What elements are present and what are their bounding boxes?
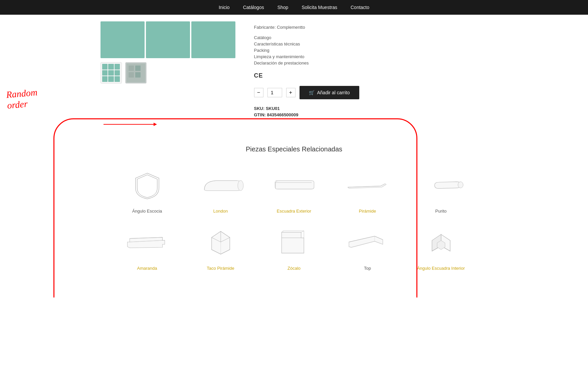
nav-shop[interactable]: Shop — [277, 5, 288, 10]
piece-icon-amaranda — [121, 224, 174, 260]
handwritten-annotation: Random order — [6, 87, 39, 111]
product-details: Fabricante: Complementto Catálogo Caract… — [254, 21, 488, 119]
svg-rect-6 — [135, 72, 141, 78]
piece-name-escuadra-exterior: Escuadra Exterior — [277, 209, 311, 214]
piece-name-london: London — [213, 209, 228, 214]
piece-icon-angulo-escuadra-interior — [414, 224, 468, 260]
svg-point-7 — [238, 180, 243, 191]
thumbnail-photo[interactable] — [125, 62, 147, 84]
svg-rect-5 — [129, 72, 134, 78]
related-section: Piezas Especiales Relacionadas Ángulo Es… — [101, 132, 488, 291]
piece-name-taco-piramide: Taco Pirámide — [207, 266, 234, 271]
svg-point-8 — [458, 182, 463, 188]
thumbnail-grid[interactable] — [101, 62, 122, 84]
link-caracteristicas[interactable]: Características técnicas — [254, 41, 488, 46]
svg-rect-4 — [135, 66, 141, 71]
ce-mark: CE — [254, 72, 488, 79]
thumb-photo-inner — [126, 63, 146, 83]
piece-icon-zocalo — [267, 224, 321, 260]
piece-icon-purito — [414, 166, 468, 203]
piece-piramide[interactable]: Pirámide — [334, 166, 401, 214]
gtin-line: GTIN: 8435466500009 — [254, 112, 488, 117]
qty-plus-button[interactable]: + — [286, 88, 296, 97]
nav-catalogos[interactable]: Catálogos — [243, 5, 264, 10]
main-image-tile-3 — [191, 21, 235, 58]
piece-top[interactable]: Top — [334, 224, 401, 271]
piece-name-amaranda: Amaranda — [137, 266, 157, 271]
gtin-label: GTIN: — [254, 112, 266, 117]
link-packing[interactable]: Packing — [254, 48, 488, 53]
piece-london[interactable]: London — [187, 166, 254, 214]
quantity-row: − + 🛒 Añadir al carrito — [254, 86, 488, 99]
main-nav: Inicio Catálogos Shop Solicita Muestras … — [0, 0, 588, 15]
main-image-tile-2 — [146, 21, 190, 58]
piece-name-piramide: Pirámide — [359, 209, 376, 214]
main-image-tile-1 — [101, 21, 145, 58]
product-links: Catálogo Características técnicas Packin… — [254, 35, 488, 66]
link-limpieza[interactable]: Limpieza y mantenimiento — [254, 54, 488, 59]
piece-name-purito: Purito — [435, 209, 447, 214]
sku-value: SKU01 — [266, 106, 280, 111]
related-grid: Ángulo Escocia London — [101, 166, 488, 284]
product-top: Fabricante: Complementto Catálogo Caract… — [101, 21, 488, 119]
piece-icon-escuadra-exterior — [267, 166, 321, 203]
link-catalogo[interactable]: Catálogo — [254, 35, 488, 40]
nav-inicio[interactable]: Inicio — [219, 5, 230, 10]
add-to-cart-label: Añadir al carrito — [317, 90, 350, 95]
sku-line: SKU: SKU01 — [254, 106, 488, 111]
piece-name-zocalo: Zócalo — [287, 266, 301, 271]
annotation-line1: Random — [6, 87, 38, 100]
manufacturer-label: Fabricante: Complementto — [254, 25, 488, 30]
piece-angulo-escocia[interactable]: Ángulo Escocia — [114, 166, 181, 214]
product-images — [101, 21, 241, 119]
annotation-line2: order — [7, 98, 39, 111]
gtin-value: 8435466500009 — [267, 112, 299, 117]
piece-name-angulo-escuadra-interior: Ángulo Escuadra Interior — [417, 266, 465, 271]
piece-amaranda[interactable]: Amaranda — [114, 224, 181, 271]
piece-zocalo[interactable]: Zócalo — [261, 224, 328, 271]
nav-contacto[interactable]: Contacto — [351, 5, 369, 10]
piece-icon-london — [194, 166, 247, 203]
svg-rect-3 — [129, 66, 134, 71]
piece-icon-top — [341, 224, 394, 260]
nav-solicita[interactable]: Solicita Muestras — [302, 5, 337, 10]
piece-escuadra-exterior[interactable]: Escuadra Exterior — [261, 166, 328, 214]
cart-icon: 🛒 — [309, 90, 315, 95]
add-to-cart-button[interactable]: 🛒 Añadir al carrito — [300, 86, 359, 99]
sku-label: SKU: — [254, 106, 265, 111]
piece-purito[interactable]: Purito — [408, 166, 474, 214]
qty-minus-button[interactable]: − — [254, 88, 263, 97]
piece-icon-piramide — [341, 166, 394, 203]
piece-icon-angulo-escocia — [121, 166, 174, 203]
main-image-row — [101, 21, 241, 58]
qty-input[interactable] — [267, 88, 282, 97]
piece-name-top: Top — [364, 266, 371, 271]
piece-taco-piramide[interactable]: Taco Pirámide — [187, 224, 254, 271]
related-section-title: Piezas Especiales Relacionadas — [101, 145, 488, 153]
piece-name-angulo-escocia: Ángulo Escocia — [132, 209, 162, 214]
page-container: Fabricante: Complementto Catálogo Caract… — [94, 15, 495, 297]
piece-angulo-escuadra-interior[interactable]: Ángulo Escuadra Interior — [408, 224, 474, 271]
piece-icon-taco-piramide — [194, 224, 247, 260]
thumb-row — [101, 62, 241, 84]
link-declaracion[interactable]: Declaración de prestaciones — [254, 60, 488, 66]
